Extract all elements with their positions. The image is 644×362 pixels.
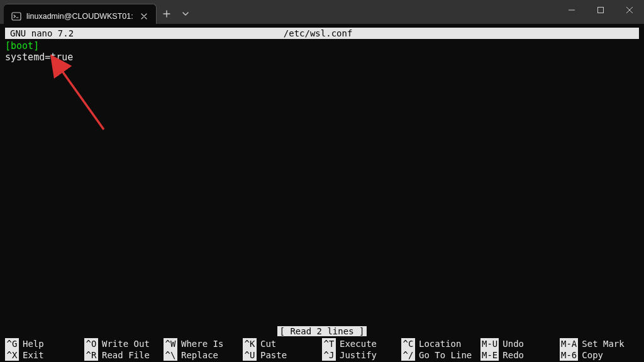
svg-line-4 [55, 62, 104, 129]
editor-line: [boot] [5, 40, 639, 52]
keycap: ^C [401, 338, 415, 349]
shortcut-label: Where Is [181, 338, 223, 349]
keycap: ^K [243, 338, 257, 349]
new-tab-button[interactable] [157, 4, 177, 24]
nano-file-name: /etc/wsl.conf [74, 28, 562, 39]
maximize-button[interactable] [586, 0, 615, 20]
shortcut-label: Justify [340, 349, 377, 361]
shortcut-label: Help [23, 338, 44, 349]
titlebar-drag-region[interactable] [194, 0, 557, 24]
shortcut-location[interactable]: ^CLocation [401, 338, 480, 349]
minimize-button[interactable] [557, 0, 586, 20]
shortcut-redo[interactable]: M-ERedo [480, 349, 560, 361]
shortcut-go-to-line[interactable]: ^/Go To Line [401, 349, 480, 361]
editor-line: systemd=true [5, 52, 639, 63]
nano-app-name: GNU nano 7.2 [6, 28, 74, 39]
keycap: ^J [322, 349, 336, 361]
keycap: ^U [243, 349, 257, 361]
keycap: ^T [322, 338, 336, 349]
chevron-down-icon [182, 11, 189, 17]
shortcut-exit[interactable]: ^XExit [5, 349, 84, 361]
close-window-button[interactable] [615, 0, 644, 20]
keycap: ^\ [164, 349, 177, 361]
nano-header: GNU nano 7.2 /etc/wsl.conf [5, 28, 639, 39]
shortcut-label: Set Mark [582, 338, 624, 349]
editor-area[interactable]: [boot] systemd=true [5, 39, 639, 63]
shortcut-label: Go To Line [419, 349, 472, 361]
shortcut-write-out[interactable]: ^OWrite Out [84, 338, 164, 349]
shortcut-label: Replace [181, 349, 218, 361]
shortcut-cut[interactable]: ^KCut [243, 338, 322, 349]
tab-title: linuxadmin@CLOUDWKST01: [26, 12, 133, 21]
annotation-arrow [44, 54, 113, 136]
tab-close-button[interactable] [138, 11, 150, 22]
shortcut-read-file[interactable]: ^RRead File [84, 349, 164, 361]
window-controls [557, 0, 644, 24]
keycap: ^O [84, 338, 98, 349]
shortcut-set-mark[interactable]: M-ASet Mark [560, 338, 639, 349]
maximize-icon [597, 7, 604, 13]
shortcut-label: Read File [102, 349, 150, 361]
shortcut-where-is[interactable]: ^WWhere Is [164, 338, 243, 349]
shortcut-help[interactable]: ^GHelp [5, 338, 84, 349]
svg-rect-3 [598, 8, 604, 13]
keycap: M-E [480, 349, 499, 361]
terminal-viewport[interactable]: GNU nano 7.2 /etc/wsl.conf [boot] system… [0, 24, 644, 362]
shortcut-label: Write Out [102, 338, 150, 349]
shortcut-label: Paste [260, 349, 287, 361]
shortcut-label: Redo [502, 349, 524, 361]
shortcut-label: Cut [260, 338, 276, 349]
shortcut-execute[interactable]: ^TExecute [322, 338, 401, 349]
nano-status-text: [ Read 2 lines ] [277, 326, 367, 336]
close-icon [626, 7, 633, 13]
nano-header-right [562, 28, 638, 39]
close-icon [141, 13, 147, 19]
shortcut-replace[interactable]: ^\Replace [164, 349, 243, 361]
shortcut-label: Undo [502, 338, 524, 349]
shortcut-label: Location [419, 338, 461, 349]
keycap: ^R [84, 349, 98, 361]
shortcut-label: Execute [340, 338, 377, 349]
window-titlebar: linuxadmin@CLOUDWKST01: [0, 0, 644, 24]
shortcut-undo[interactable]: M-UUndo [480, 338, 560, 349]
keycap: M-A [560, 338, 578, 349]
keycap: ^X [5, 349, 19, 361]
keycap: M-U [480, 338, 499, 349]
plus-icon [163, 10, 170, 18]
shortcut-label: Exit [23, 349, 44, 361]
keycap: ^G [5, 338, 19, 349]
shortcut-justify[interactable]: ^JJustify [322, 349, 401, 361]
nano-shortcut-bar: ^GHelp ^OWrite Out ^WWhere Is ^KCut ^TEx… [5, 338, 639, 361]
minimize-icon [569, 7, 575, 13]
nano-status-bar: [ Read 2 lines ] [5, 326, 639, 337]
shortcut-paste[interactable]: ^UPaste [243, 349, 322, 361]
keycap: ^W [164, 338, 177, 349]
keycap: M-6 [560, 349, 578, 361]
terminal-icon [11, 11, 21, 21]
shortcut-label: Copy [582, 349, 603, 361]
shortcut-copy[interactable]: M-6Copy [560, 349, 639, 361]
keycap: ^/ [401, 349, 415, 361]
svg-rect-0 [12, 13, 21, 20]
tab-dropdown-button[interactable] [177, 4, 194, 24]
